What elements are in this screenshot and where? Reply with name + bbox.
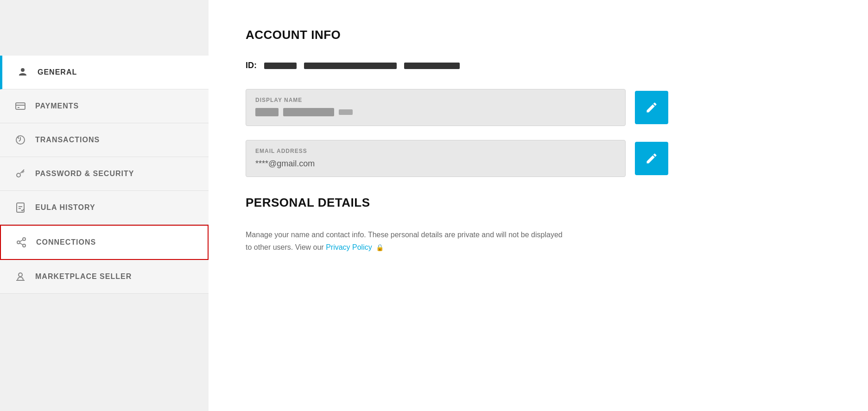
- sidebar-item-payments-label: PAYMENTS: [35, 102, 79, 110]
- id-label: ID:: [246, 61, 257, 70]
- edit-icon: [645, 101, 658, 114]
- sidebar-item-password-label: PASSWORD & SECURITY: [35, 170, 134, 178]
- display-name-row: DISPLAY NAME: [246, 89, 831, 126]
- display-name-field: DISPLAY NAME: [246, 89, 626, 126]
- svg-point-7: [23, 244, 25, 247]
- id-value-2: [304, 63, 397, 69]
- sidebar-item-connections-label: CONNECTIONS: [36, 238, 96, 247]
- edit-icon-email: [645, 152, 658, 165]
- display-name-edit-button[interactable]: [635, 91, 668, 124]
- personal-details-title: PERSONAL DETAILS: [246, 196, 831, 210]
- display-name-block-3: [339, 109, 353, 115]
- email-value: ****@gmail.com: [255, 159, 315, 169]
- payments-icon: [14, 100, 27, 113]
- lock-icon: 🔒: [376, 242, 384, 253]
- display-name-label: DISPLAY NAME: [255, 97, 616, 103]
- sidebar-item-payments[interactable]: PAYMENTS: [0, 89, 209, 123]
- sidebar-item-general-label: GENERAL: [38, 68, 77, 76]
- svg-point-8: [19, 273, 22, 277]
- sidebar-item-marketplace-label: MARKETPLACE SELLER: [35, 272, 132, 281]
- svg-point-0: [21, 68, 25, 72]
- sidebar-item-marketplace-seller[interactable]: MARKETPLACE SELLER: [0, 260, 209, 294]
- sidebar-item-transactions[interactable]: TRANSACTIONS: [0, 123, 209, 157]
- person-icon: [16, 66, 29, 79]
- sidebar-item-eula-history[interactable]: EULA HISTORY: [0, 191, 209, 225]
- transactions-icon: [14, 133, 27, 146]
- display-name-block-1: [255, 108, 279, 116]
- key-icon: [14, 167, 27, 180]
- id-row: ID:: [246, 61, 831, 70]
- sidebar-item-connections[interactable]: CONNECTIONS: [0, 225, 209, 260]
- svg-point-5: [23, 238, 25, 240]
- id-value-1: [264, 63, 297, 69]
- email-row: EMAIL ADDRESS ****@gmail.com: [246, 140, 831, 177]
- personal-details-text: Manage your name and contact info. These…: [246, 228, 570, 253]
- connections-icon: [15, 236, 28, 249]
- sidebar: GENERAL PAYMENTS TRANSACTIONS: [0, 0, 209, 411]
- display-name-value-area: [255, 108, 616, 116]
- display-name-block-2: [283, 108, 334, 116]
- email-label: EMAIL ADDRESS: [255, 148, 616, 154]
- email-edit-button[interactable]: [635, 142, 668, 175]
- sidebar-item-transactions-label: TRANSACTIONS: [35, 136, 100, 144]
- sidebar-item-password-security[interactable]: PASSWORD & SECURITY: [0, 157, 209, 191]
- main-content: ACCOUNT INFO ID: DISPLAY NAME EMAIL ADDR…: [209, 0, 868, 411]
- sidebar-item-general[interactable]: GENERAL: [0, 56, 209, 89]
- privacy-policy-link[interactable]: Privacy Policy: [326, 243, 372, 251]
- sidebar-item-eula-label: EULA HISTORY: [35, 203, 95, 212]
- svg-rect-1: [16, 103, 25, 109]
- svg-point-6: [17, 241, 20, 244]
- svg-point-3: [17, 173, 20, 177]
- email-field: EMAIL ADDRESS ****@gmail.com: [246, 140, 626, 177]
- svg-rect-4: [17, 203, 24, 212]
- eula-icon: [14, 201, 27, 214]
- seller-icon: [14, 270, 27, 283]
- account-info-title: ACCOUNT INFO: [246, 28, 831, 42]
- personal-details-section: PERSONAL DETAILS Manage your name and co…: [246, 196, 831, 253]
- email-value-area: ****@gmail.com: [255, 159, 616, 169]
- id-value-3: [404, 63, 460, 69]
